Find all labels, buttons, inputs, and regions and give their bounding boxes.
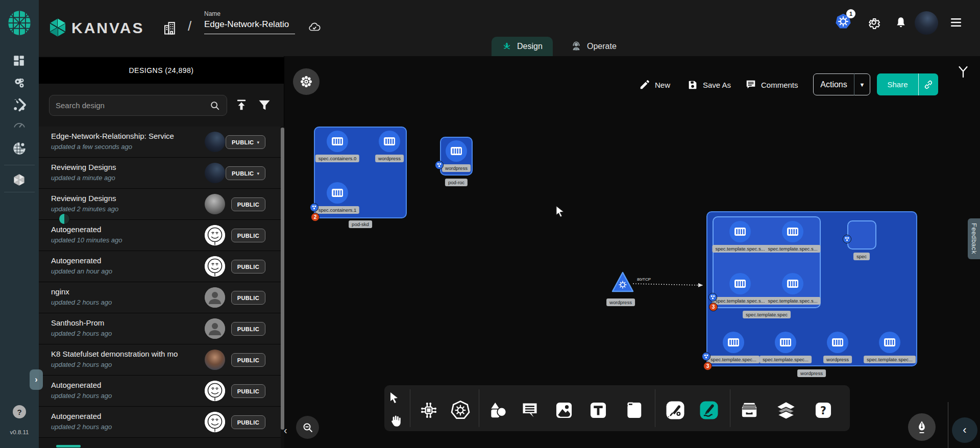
design-list-item[interactable]: Edge-Network-Relationship: Service updat… [39,127,281,158]
layer5-logo-icon[interactable] [6,10,33,36]
annotation-tool-button[interactable] [521,401,539,419]
edge-port-label: 80/TCP [637,277,651,282]
zoom-button[interactable] [296,416,319,439]
container-node-icon[interactable] [774,331,797,354]
import-design-icon[interactable] [234,98,249,112]
chevron-right-icon: › [35,375,37,384]
design-list-item[interactable]: Santhosh-Prom updated 2 hours ago PUBLIC… [39,313,281,344]
actions-button[interactable]: Actions ▼ [813,73,870,95]
layers-tool-button[interactable] [776,400,796,420]
design-visibility-badge[interactable]: PUBLIC ▾ [231,197,265,211]
filter-icon[interactable] [257,98,272,112]
kubernetes-context-icon[interactable]: 1 [834,12,854,33]
container-node-icon[interactable] [326,130,349,153]
container-node-icon[interactable] [878,331,901,354]
new-button[interactable]: New [639,74,670,95]
shapes-tool-button[interactable] [488,401,507,420]
save-as-button[interactable]: Save As [687,74,731,95]
pod-status-badge[interactable] [310,203,318,212]
alert-count-badge[interactable]: 3 [709,303,718,311]
design-visibility-badge[interactable]: PUBLIC ▾ [231,353,265,367]
help-button[interactable]: ? [13,405,26,418]
pan-tool-button[interactable] [389,414,402,428]
design-list-item[interactable]: Autogenerated updated an hour ago PUBLIC… [39,251,281,282]
help-tool-button[interactable]: ? [814,401,833,420]
container-node-icon[interactable] [826,331,849,354]
container-node-icon[interactable] [326,182,349,204]
container-node-icon[interactable] [781,272,804,295]
organization-icon[interactable] [162,19,178,36]
tab-operate[interactable]: Operate [560,37,627,56]
design-list-item[interactable]: Reviewing Designs updated a minute ago P… [39,158,281,189]
pod-status-badge[interactable] [843,235,851,243]
design-visibility-badge[interactable]: PUBLIC ▾ [226,166,265,180]
settings-gear-icon[interactable] [867,15,881,30]
sticky-note-tool-button[interactable] [624,401,644,420]
container-node-icon[interactable] [445,140,468,162]
alert-count-badge[interactable]: 3 [703,362,712,370]
hierarchy-view-icon[interactable] [955,64,971,80]
pod-status-badge[interactable] [708,293,717,302]
saved-designs-drawer-button[interactable] [739,400,760,420]
canvas-toolbar: ? [384,385,850,431]
sidebar-item-dashboard[interactable] [12,54,27,68]
sidebar-item-configuration[interactable] [12,98,27,112]
actions-label: Actions [814,80,854,89]
design-visibility-badge[interactable]: PUBLIC ▾ [231,384,265,398]
pen-mode-button[interactable] [908,413,936,441]
container-node-icon[interactable] [781,220,804,243]
design-visibility-badge[interactable]: PUBLIC ▾ [231,260,265,273]
scrollbar-thumb[interactable] [281,128,284,430]
node-spec[interactable] [847,220,876,250]
pod-status-badge[interactable] [702,352,710,361]
pod-status-badge[interactable] [435,161,444,169]
select-tool-button[interactable] [388,391,401,404]
design-visibility-badge[interactable]: PUBLIC ▾ [231,291,265,305]
copy-link-button[interactable] [919,80,938,90]
design-visibility-badge[interactable]: PUBLIC ▾ [231,229,265,242]
share-button[interactable]: Share [877,73,938,95]
tab-design[interactable]: Design [492,37,553,56]
components-tool-button[interactable] [419,401,438,420]
panel-scrollbar[interactable] [281,127,284,448]
design-visibility-badge[interactable]: PUBLIC ▾ [231,322,265,336]
sidebar-item-performance[interactable] [12,118,27,133]
design-visibility-badge[interactable]: PUBLIC ▾ [231,415,265,429]
container-node-icon[interactable] [378,130,401,153]
image-tool-button[interactable] [554,401,574,420]
design-list-item[interactable]: K8 Statefulset demonstration with mo upd… [39,344,281,376]
comments-button[interactable]: Comments [745,74,798,95]
design-search-input[interactable] [56,101,209,110]
container-node-icon[interactable] [722,331,745,354]
sidebar-item-lifecycle[interactable] [12,76,27,90]
actions-dropdown-toggle[interactable]: ▼ [854,82,870,88]
text-tool-button[interactable] [589,401,608,420]
sidebar-item-kanvas[interactable] [12,173,27,187]
edge-pen-tool-button[interactable] [665,400,685,420]
design-list-item[interactable]: Autogenerated updated 2 hours ago PUBLIC… [39,407,281,438]
design-list-item[interactable]: Autogenerated updated 10 minutes ago PUB… [39,220,281,251]
user-avatar[interactable] [915,11,938,35]
feedback-tab[interactable]: Feedback [968,218,980,259]
design-list-item[interactable]: nginx updated 2 hours ago PUBLIC ▾ [39,282,281,313]
design-name-input[interactable]: Edge-Network-Relatio [204,19,295,34]
node-label: wordpress [442,164,471,172]
design-list-item[interactable]: Autogenerated updated 2 hours ago PUBLIC… [39,376,281,407]
service-node-icon[interactable] [610,270,635,295]
freehand-draw-tool-button[interactable] [699,400,719,420]
node-label: spec.template.spec... [864,356,916,363]
kubernetes-tool-button[interactable] [450,400,471,420]
sidebar-item-extensions[interactable] [12,141,27,156]
expand-panel-button[interactable]: › [30,369,43,390]
canvas-dock-button[interactable] [293,68,320,95]
notifications-bell-icon[interactable] [894,16,908,29]
design-list-item[interactable]: Reviewing Designs updated 2 minutes ago … [39,189,281,220]
design-visibility-badge[interactable]: PUBLIC ▾ [226,135,265,149]
container-node-icon[interactable] [729,220,751,243]
collapse-panel-chevron[interactable]: ‹ [284,425,287,436]
collapse-right-dock-button[interactable]: ‹ [952,417,977,443]
hamburger-menu-icon[interactable] [948,16,964,29]
alert-count-badge[interactable]: 2 [311,213,320,221]
design-owner-avatar [205,194,225,214]
container-node-icon[interactable] [729,272,751,295]
